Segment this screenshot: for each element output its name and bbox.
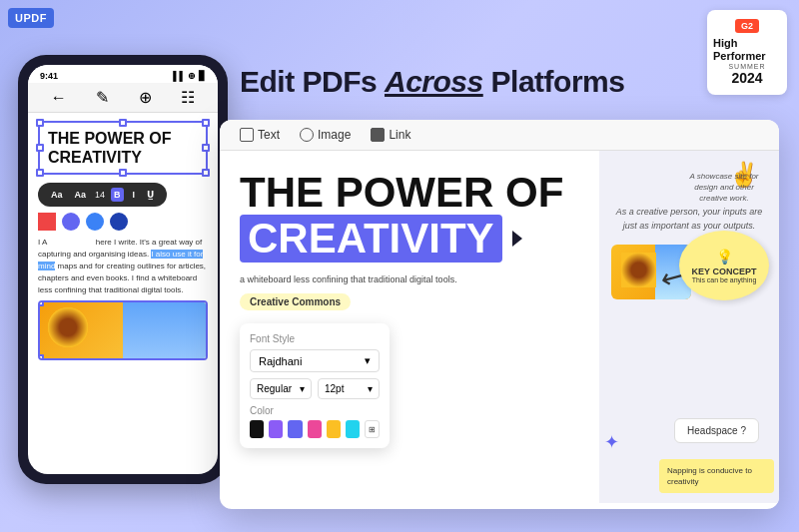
- phone-sky: [123, 302, 206, 358]
- color-dot-red[interactable]: [38, 213, 56, 231]
- swatch-pink[interactable]: [308, 420, 322, 438]
- text-icon: [240, 128, 254, 142]
- desktop-main: THE POWER OF CREATIVITY a whiteboard les…: [220, 151, 599, 503]
- color-label: Color: [250, 405, 380, 416]
- phone-title: THE POWER OF CREATIVITY: [48, 129, 198, 167]
- swatch-more[interactable]: ⊞: [365, 420, 380, 438]
- underline-btn[interactable]: U̲: [144, 188, 157, 202]
- updf-logo: UPDF: [8, 8, 54, 28]
- key-concept-sub: This can be anything: [692, 276, 757, 283]
- font-size-select[interactable]: 12pt▾: [318, 378, 380, 399]
- key-concept-label: KEY CONCEPT: [692, 266, 757, 276]
- font-panel: Font Style Rajdhani ▾ Regular▾ 12pt▾ Col…: [240, 323, 390, 448]
- bold-btn[interactable]: B: [111, 188, 124, 202]
- swatch-cyan[interactable]: [346, 420, 360, 438]
- color-dot-purple[interactable]: [62, 213, 80, 231]
- toolbar-link[interactable]: Link: [371, 128, 410, 142]
- font-label-btn[interactable]: Aa: [48, 188, 66, 202]
- swatch-black[interactable]: [250, 420, 264, 438]
- star-doodle: ✦: [604, 431, 619, 453]
- phone-tool-3: ⊕: [139, 88, 152, 107]
- desktop-sunflower-circle: [621, 253, 656, 287]
- phone-time: 9:41: [40, 71, 58, 81]
- desktop-body-text: a whiteboard less confining that traditi…: [240, 272, 579, 286]
- font-style-label: Font Style: [250, 333, 380, 344]
- headline-across: Across: [385, 65, 483, 98]
- font-size: 14: [95, 190, 105, 200]
- creativity-sticky-note: Napping is conducive to creativity: [659, 459, 774, 493]
- link-icon: [371, 128, 385, 142]
- phone-signals: ▌▌ ⊕ ▊: [173, 71, 206, 81]
- swatch-blue[interactable]: [288, 420, 302, 438]
- showcase-text: A showcase site for design and other cre…: [684, 171, 764, 205]
- g2-season: SUMMER: [728, 63, 765, 70]
- g2-year: 2024: [731, 70, 762, 86]
- phone-toolbar: ← ✎ ⊕ ☷: [28, 83, 218, 113]
- font-aa-btn[interactable]: Aa: [72, 188, 90, 202]
- phone-format-bar[interactable]: Aa Aa 14 B I U̲: [38, 183, 167, 207]
- phone-title-box: THE POWER OF CREATIVITY: [38, 121, 208, 175]
- phone-tool-1: ←: [51, 89, 67, 107]
- g2-performer-label: High Performer: [713, 37, 781, 63]
- key-concept-box: 💡 KEY CONCEPT This can be anything: [679, 231, 769, 300]
- desktop-mockup: Text Image Link THE POWER OF CREATIVITY …: [220, 120, 779, 509]
- main-headline: Edit PDFs Across Platforms: [240, 65, 624, 99]
- phone-tool-4: ☷: [181, 88, 195, 107]
- font-name-select[interactable]: Rajdhani ▾: [250, 349, 380, 372]
- desktop-content-area: THE POWER OF CREATIVITY a whiteboard les…: [220, 151, 779, 503]
- phone-mockup: 9:41 ▌▌ ⊕ ▊ ← ✎ ⊕ ☷ THE POWER OF: [18, 55, 228, 484]
- phone-status-bar: 9:41 ▌▌ ⊕ ▊: [28, 65, 218, 83]
- creativity-highlight: CREATIVITY: [240, 215, 502, 263]
- g2-badge: G2 High Performer SUMMER 2024: [707, 10, 787, 95]
- highlighted-text: I also use it for mind: [38, 250, 203, 270]
- bulb-icon: 💡: [716, 249, 733, 265]
- phone-body-text: I A here I write. It's a great way of ca…: [38, 237, 208, 296]
- phone-sunflower: [48, 307, 88, 347]
- font-weight-select[interactable]: Regular▾: [250, 378, 312, 399]
- swatch-yellow[interactable]: [327, 420, 341, 438]
- color-dot-navy[interactable]: [110, 213, 128, 231]
- phone-screen: 9:41 ▌▌ ⊕ ▊ ← ✎ ⊕ ☷ THE POWER OF: [28, 65, 218, 474]
- toolbar-text[interactable]: Text: [240, 128, 280, 142]
- swatch-purple[interactable]: [269, 420, 283, 438]
- creative-quote: As a creative person, your inputs are ju…: [611, 206, 767, 233]
- desktop-right-panel: ✌️ A showcase site for design and other …: [599, 151, 779, 503]
- phone-content: THE POWER OF CREATIVITY Aa Aa 14 B I U̲: [28, 113, 218, 368]
- color-dot-blue[interactable]: [86, 213, 104, 231]
- desktop-big-title: THE POWER OF CREATIVITY: [240, 171, 579, 263]
- creative-commons-tag: Creative Commons: [240, 293, 351, 310]
- image-icon: [300, 128, 314, 142]
- color-swatches: ⊞: [250, 420, 380, 438]
- phone-tool-2: ✎: [96, 88, 109, 107]
- desktop-toolbar: Text Image Link: [220, 120, 779, 151]
- headspace-box: Headspace ?: [674, 418, 759, 443]
- toolbar-image[interactable]: Image: [300, 128, 351, 142]
- phone-image-box: [38, 300, 208, 360]
- g2-brand: G2: [735, 19, 759, 33]
- italic-btn[interactable]: I: [130, 188, 139, 202]
